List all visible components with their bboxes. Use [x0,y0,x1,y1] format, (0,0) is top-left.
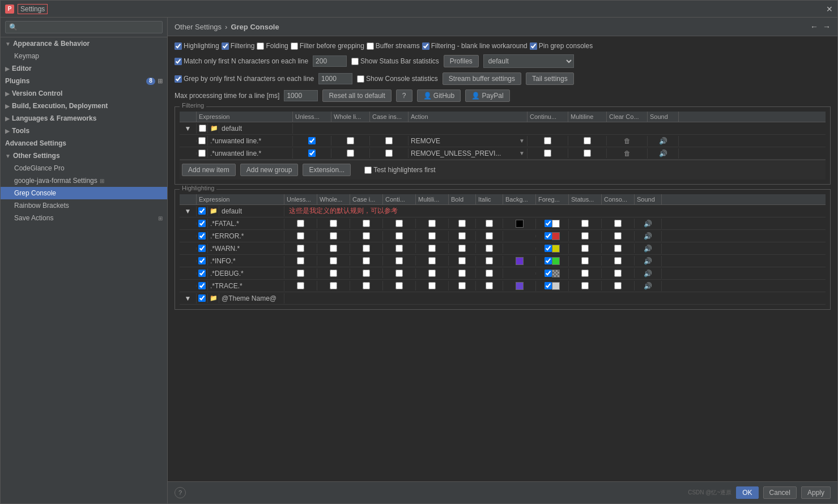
sidebar-item-codeglance[interactable]: CodeGlance Pro [1,162,167,174]
td-hi-expr: .*INFO.* [208,256,284,266]
search-input[interactable] [5,21,163,33]
right-panel: Other Settings › Grep Console ← → Highli… [168,18,837,503]
cb-pin-grep[interactable]: Pin grep consoles [530,42,593,50]
expand-icon: ▼ [5,153,11,159]
sidebar-item-editor[interactable]: ▶ Editor [1,62,167,75]
stream-buffer-btn[interactable]: Stream buffer settings [443,72,521,85]
github-btn[interactable]: 👤 GitHub [417,89,461,102]
add-new-item-btn-filtering[interactable]: Add new item [182,164,236,176]
sidebar-item-rainbow[interactable]: Rainbow Brackets [1,199,167,212]
sidebar-item-languages[interactable]: ▶ Languages & Frameworks [1,112,167,125]
help-question-btn[interactable]: ? [396,89,412,102]
sidebar-item-tools[interactable]: ▶ Tools [1,125,167,137]
th-multiline: Multiline [568,112,607,122]
sidebar-item-save-actions[interactable]: Save Actions ⊞ [1,212,167,224]
grep-n-input[interactable] [318,73,352,84]
sidebar-item-grep-console[interactable]: Grep Console [1,187,167,199]
hl-group-theme[interactable]: ▼ 📁 @Theme Name@ [180,292,826,305]
sidebar-label: Tools [12,127,29,135]
sidebar-item-keymap[interactable]: Keymap [1,50,167,62]
td-action2: REMOVE_UNLESS_PREVI... ▼ [409,148,528,159]
match-n-input[interactable] [313,55,347,67]
hl-group-default[interactable]: ▼ 📁 default 这些是我定义的默认规则，可以参考 [180,205,826,217]
td-hf-check [197,219,208,228]
th-h-italic: Italic [476,194,503,204]
back-button[interactable]: ← [810,22,818,31]
cb-grep-first[interactable]: Grep by only first N characters on each … [175,75,314,83]
extension-btn[interactable]: Extension... [303,164,351,176]
breadcrumb-nav: ← → [810,22,831,31]
tail-settings-btn[interactable]: Tail settings [526,72,574,85]
cb-filtering[interactable]: Filtering [222,42,255,50]
cb-filtering-blank-label: Filtering - blank line workaround [431,42,528,50]
td-hw-status [569,244,602,253]
cb-buffer-streams[interactable]: Buffer streams [367,42,420,50]
sidebar-item-other-settings[interactable]: ▼ Other Settings [1,150,167,162]
td-hi-conti [383,256,416,266]
th-h-multili: Multili... [416,194,449,204]
sidebar-label: Languages & Frameworks [12,114,96,122]
cb-highlighting[interactable]: Highlighting [175,42,219,50]
apply-button[interactable]: Apply [801,486,831,499]
cb-match-first[interactable]: Match only first N characters on each li… [175,57,308,65]
hl-row-error[interactable]: .*ERROR.* [180,230,826,242]
paypal-btn[interactable]: 👤 PayPal [465,89,509,102]
settings-window: P Settings ✕ ▼ Appearance & Behavior Key… [0,0,838,504]
sidebar-label: Appearance & Behavior [13,40,90,48]
reset-default-btn[interactable]: Reset all to default [322,89,391,102]
hl-row-fatal[interactable]: .*FATAL.* [180,217,826,230]
sidebar-item-advanced[interactable]: Advanced Settings [1,137,167,150]
td-he-expr: .*ERROR.* [208,231,284,241]
close-button[interactable]: ✕ [826,5,833,14]
td-hi-sound: 🔊 [635,256,662,266]
td-hw-multili [416,244,449,253]
filtering-row-2[interactable]: .*unwanted line.* REMOVE_UNLESS_PREVI...… [180,147,826,160]
filtering-group-default[interactable]: ▼ 📁 default [180,122,826,135]
test-highlighters-label: Test highlighters first [373,166,435,174]
sidebar-item-build[interactable]: ▶ Build, Execution, Deployment [1,100,167,112]
bottom-bar-right: CSDN @忆~逐原 OK Cancel Apply [688,486,831,499]
sidebar-item-google-java[interactable]: google-java-format Settings ⊞ [1,174,167,187]
sidebar-item-plugins[interactable]: Plugins 8 ⊞ [1,75,167,87]
hl-row-debug[interactable]: .*DEBUG.* [180,267,826,280]
td-hf-expr: .*FATAL.* [208,219,284,229]
bottom-help-button[interactable]: ? [175,487,186,498]
sidebar-label: Save Actions [14,214,53,222]
td-ht-bold [449,281,476,291]
cb-show-console[interactable]: Show Console statistics [357,75,438,83]
sidebar-item-appearance[interactable]: ▼ Appearance & Behavior [1,37,167,50]
forward-button[interactable]: → [823,22,831,31]
cb-show-status[interactable]: Show Status Bar statistics [351,57,439,65]
expand-icon: ▶ [5,116,10,122]
max-time-input[interactable] [284,90,318,101]
profiles-button[interactable]: Profiles [444,55,479,67]
cb-test-highlighters[interactable]: Test highlighters first [364,164,435,176]
cb-filter-before[interactable]: Filter before grepping [291,42,364,50]
cancel-button[interactable]: Cancel [763,486,797,499]
max-label: Max processing time for a line [ms] [175,92,279,100]
th-action: Action [409,112,528,122]
filtering-row-1[interactable]: .*unwanted line.* REMOVE ▼ 🗑 [180,135,826,147]
hl-row-trace[interactable]: .*TRACE.* [180,280,826,292]
td-hf-case [350,219,383,228]
sidebar-label: google-java-format Settings [14,177,97,185]
cb-highlighting-label: Highlighting [184,42,219,50]
sidebar-item-version-control[interactable]: ▶ Version Control [1,87,167,100]
td-check1 [197,136,208,146]
hl-row-info[interactable]: .*INFO.* [180,255,826,267]
td-hi-conso [602,256,635,266]
td-check [197,123,208,133]
hl-row-warn[interactable]: .*WARN.* [180,242,826,255]
td-hd-check [197,268,208,278]
th-expr: Expression [197,112,293,122]
td-hf-multili [416,219,449,228]
th-unless: Unless... [293,112,331,122]
td-he-bold [449,231,476,241]
td-clearco1: 🗑 [607,136,648,146]
sidebar-label: Keymap [14,52,39,60]
profiles-select[interactable]: default [483,54,574,68]
ok-button[interactable]: OK [736,486,758,499]
cb-filtering-blank[interactable]: Filtering - blank line workaround [422,42,528,50]
cb-folding[interactable]: Folding [257,42,288,50]
add-new-group-btn-filtering[interactable]: Add new group [240,164,299,176]
